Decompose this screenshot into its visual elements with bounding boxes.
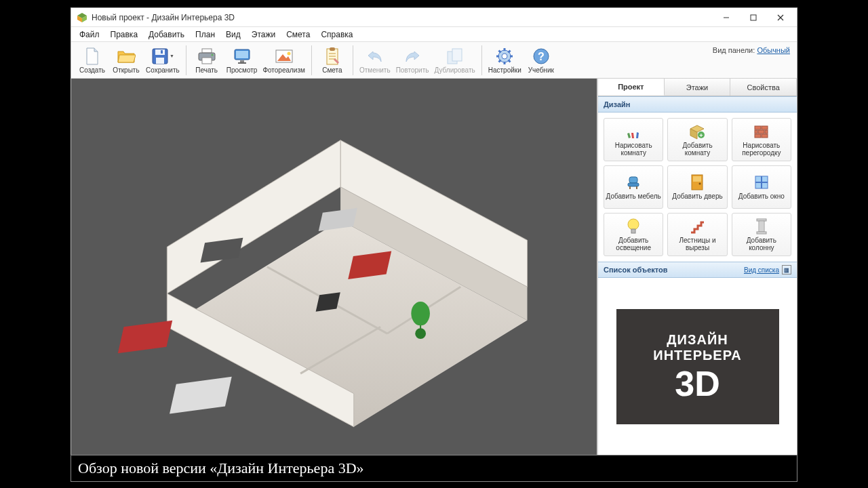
objects-list-area: ДИЗАЙН ИНТЕРЬЕРА 3D — [598, 278, 797, 455]
svg-rect-4 — [751, 15, 756, 20]
menu-add[interactable]: Добавить — [143, 28, 190, 41]
svg-point-21 — [287, 52, 290, 55]
3d-viewport[interactable] — [71, 79, 597, 455]
chevron-down-icon: ▼ — [170, 54, 174, 58]
svg-rect-71 — [628, 183, 639, 186]
gear-icon — [488, 47, 521, 66]
tab-floors[interactable]: Этажи — [665, 79, 731, 96]
panel-mode-link[interactable]: Обычный — [757, 46, 790, 54]
photorealism-button[interactable]: Фотореализм — [260, 45, 308, 75]
undo-icon — [359, 47, 391, 66]
objects-section-header: Список объектов Вид списка ▥ — [598, 262, 797, 278]
menu-plan[interactable]: План — [190, 28, 220, 41]
tab-project[interactable]: Проект — [598, 79, 665, 96]
design-section-header: Дизайн — [598, 96, 797, 113]
svg-rect-55 — [316, 292, 340, 311]
add-furniture-card[interactable]: Добавить мебель — [604, 165, 663, 209]
svg-rect-17 — [240, 60, 244, 62]
folder-open-icon — [112, 47, 140, 66]
caption-text: Обзор новой версии «Дизайн Интерьера 3D» — [78, 460, 364, 477]
title-bar: Новый проект - Дизайн Интерьера 3D — [71, 8, 797, 27]
window-title: Новый проект - Дизайн Интерьера 3D — [92, 13, 713, 22]
column-icon — [753, 218, 770, 235]
menu-estimate[interactable]: Смета — [281, 28, 315, 41]
svg-rect-10 — [161, 50, 163, 54]
svg-rect-23 — [330, 47, 335, 51]
undo-button[interactable]: Отменить — [357, 45, 393, 75]
toolbar: Создать Открыть ▼ Сохранить Печать Просм… — [71, 42, 797, 79]
window-controls — [713, 9, 794, 26]
redo-icon — [396, 47, 429, 66]
bulb-icon — [625, 218, 642, 235]
menu-help[interactable]: Справка — [315, 28, 358, 41]
duplicate-button[interactable]: Дублировать — [431, 45, 477, 75]
app-icon — [77, 12, 87, 23]
stairs-cutouts-card[interactable]: Лестницы и вырезы — [667, 213, 727, 256]
svg-rect-16 — [236, 51, 248, 58]
redo-button[interactable]: Повторить — [393, 45, 432, 75]
svg-rect-75 — [693, 176, 701, 182]
image-icon — [262, 47, 305, 66]
menu-floors[interactable]: Этажи — [246, 28, 281, 41]
svg-rect-8 — [155, 49, 165, 55]
minimize-button[interactable] — [713, 9, 740, 26]
svg-rect-65 — [755, 130, 757, 134]
svg-rect-11 — [202, 49, 212, 53]
close-button[interactable] — [767, 9, 794, 26]
save-button[interactable]: ▼ Сохранить — [143, 45, 182, 75]
add-window-card[interactable]: Добавить окно — [732, 165, 791, 209]
svg-point-14 — [211, 54, 213, 56]
menu-file[interactable]: Файл — [74, 28, 105, 41]
svg-rect-81 — [631, 229, 635, 233]
add-door-card[interactable]: Добавить дверь — [667, 165, 727, 209]
svg-text:?: ? — [538, 51, 545, 62]
add-lighting-card[interactable]: Добавить освещение — [604, 213, 663, 256]
settings-button[interactable]: Настройки — [486, 45, 524, 75]
add-room-card[interactable]: + Добавить комнату — [667, 118, 727, 161]
svg-line-38 — [499, 60, 501, 62]
svg-rect-28 — [452, 49, 462, 61]
svg-line-36 — [509, 60, 511, 62]
svg-rect-87 — [757, 232, 766, 234]
create-button[interactable]: Создать — [75, 45, 109, 75]
svg-rect-18 — [238, 62, 246, 64]
svg-rect-64 — [762, 126, 768, 129]
preview-button[interactable]: Просмотр — [224, 45, 260, 75]
svg-rect-51 — [170, 377, 232, 414]
window-icon — [753, 174, 770, 191]
door-icon — [688, 174, 706, 191]
tutorial-button[interactable]: ? Учебник — [524, 45, 558, 75]
draw-room-card[interactable]: Нарисовать комнату — [604, 118, 663, 161]
room-plus-icon: + — [688, 123, 706, 140]
open-button[interactable]: Открыть — [109, 45, 143, 75]
svg-rect-70 — [629, 177, 637, 183]
menu-view[interactable]: Вид — [220, 28, 246, 41]
list-view-link[interactable]: Вид списка — [744, 266, 779, 274]
video-caption-bar: Обзор новой версии «Дизайн Интерьера 3D» — [71, 455, 797, 482]
svg-text:+: + — [700, 132, 703, 139]
estimate-button[interactable]: Смета — [315, 45, 349, 75]
product-logo-tile: ДИЗАЙН ИНТЕРЬЕРА 3D — [616, 309, 779, 424]
print-button[interactable]: Печать — [190, 45, 224, 75]
draw-partition-card[interactable]: Нарисовать перегородку — [732, 118, 791, 161]
menu-bar: Файл Правка Добавить План Вид Этажи Смет… — [71, 27, 797, 42]
duplicate-icon — [434, 47, 475, 66]
list-toggle-icon[interactable]: ▥ — [782, 265, 791, 274]
svg-rect-63 — [755, 126, 761, 129]
chair-icon — [625, 174, 642, 191]
printer-icon — [193, 47, 221, 66]
svg-point-30 — [502, 54, 507, 59]
svg-rect-50 — [118, 321, 172, 354]
svg-point-76 — [699, 183, 701, 185]
svg-rect-69 — [762, 134, 768, 138]
main-area: Проект Этажи Свойства Дизайн Нарисовать … — [71, 79, 797, 455]
floppy-icon: ▼ — [146, 47, 180, 66]
new-file-icon — [78, 47, 106, 66]
monitor-icon — [226, 47, 258, 66]
stairs-icon — [688, 218, 706, 235]
add-column-card[interactable]: Добавить колонну — [732, 213, 791, 256]
menu-edit[interactable]: Правка — [105, 28, 144, 41]
maximize-button[interactable] — [740, 9, 767, 26]
svg-rect-67 — [765, 130, 768, 134]
tab-properties[interactable]: Свойства — [730, 79, 797, 96]
